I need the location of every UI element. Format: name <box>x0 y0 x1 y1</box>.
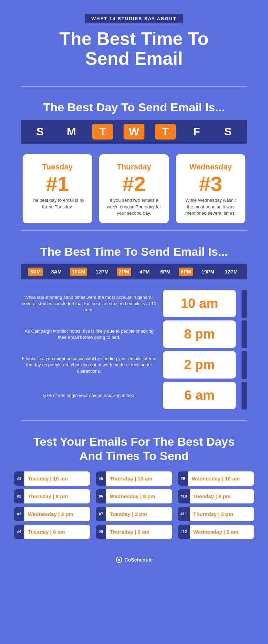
test-item-1-label: Tuesday | 10 am <box>24 471 71 486</box>
day-card-1: Tuesday #1 The best day to email is by f… <box>23 154 92 223</box>
header-title: The Best Time ToSend Email <box>28 29 240 69</box>
time-row-2: As Campaign Monitor notes, this is likel… <box>21 320 247 348</box>
test-item-9: #9 Wednesday | 10 am <box>178 471 254 486</box>
test-item-10-num: #10 <box>178 489 190 503</box>
test-item-3-num: #3 <box>14 507 24 521</box>
time-row-3-badge: 2 pm <box>163 351 236 379</box>
test-item-4: #4 Tuesday | 6 am <box>14 525 90 539</box>
test-item-9-num: #9 <box>178 471 188 486</box>
time-row-1-side <box>242 290 247 318</box>
time-8am: 8AM <box>49 268 64 276</box>
time-row-1: While late-morning send times were the m… <box>21 290 247 318</box>
time-8pm: 8PM <box>179 268 193 276</box>
test-item-7: #7 Tuesday | 2 pm <box>96 507 172 521</box>
time-row-2-side <box>242 320 247 348</box>
test-item-12-label: Wednesday | 6 am <box>190 525 242 539</box>
test-item-4-label: Tuesday | 6 am <box>24 525 68 539</box>
time-6pm: 6PM <box>158 268 173 276</box>
test-item-2-label: Thursday | 8 pm <box>24 489 71 503</box>
day-t1: T <box>92 124 113 140</box>
day-card-1-desc: The best day to email is by far on Tuesd… <box>30 197 85 210</box>
time-row-4-side <box>242 382 247 410</box>
test-item-9-label: Wednesday | 10 am <box>188 471 243 486</box>
time-12pm-2: 12PM <box>223 268 240 276</box>
test-item-8-label: Thursday | 6 am <box>106 525 153 539</box>
time-row-4-desc: 50% of you begin your day be emailing in… <box>21 392 157 399</box>
day-card-3: Wednesday #3 While Wednesday wasn't the … <box>176 154 245 223</box>
test-col-3: #9 Wednesday | 10 am #10 Tuesday | 8 pm … <box>178 471 254 539</box>
test-item-1-num: #1 <box>14 471 24 486</box>
time-row-1-desc: While late-morning send times were the m… <box>21 294 157 313</box>
test-item-1: #1 Tuesday | 10 am <box>14 471 90 486</box>
day-m: M <box>61 125 82 138</box>
footer: CoSchedule <box>0 549 268 571</box>
day-cards: Tuesday #1 The best day to email is by f… <box>14 154 254 223</box>
day-card-3-rank: #3 <box>183 174 238 194</box>
time-row-4: 50% of you begin your day be emailing in… <box>21 382 247 410</box>
header-subtitle: What 14 Studies Say About <box>85 14 183 23</box>
test-col-1: #1 Tuesday | 10 am #2 Thursday | 8 pm #3… <box>14 471 90 539</box>
test-title: Test Your Emails For The Best DaysAnd Ti… <box>0 428 268 471</box>
time-12pm-1: 12PM <box>94 268 111 276</box>
test-item-11: #11 Thursday | 2 pm <box>178 507 254 521</box>
time-row-4-badge: 6 am <box>163 382 236 409</box>
day-card-2: Thursday #2 If you send two emails a wee… <box>99 154 169 223</box>
test-item-6-label: Wednesday | 8 pm <box>106 489 159 503</box>
time-row-2-desc: As Campaign Monitor notes, this is likel… <box>21 328 157 341</box>
time-bar: 6AM 8AM 10AM 12PM 2PM 4PM 6PM 8PM 10PM 1… <box>21 264 247 279</box>
time-row-3: It looks like you might be successful by… <box>21 351 247 379</box>
page-wrapper: What 14 Studies Say About The Best Time … <box>0 0 268 571</box>
test-item-2: #2 Thursday | 8 pm <box>14 489 90 503</box>
divider-2 <box>21 230 247 231</box>
test-item-5-num: #5 <box>96 471 106 486</box>
test-item-12-num: #12 <box>178 525 190 539</box>
divider-1 <box>21 86 247 87</box>
test-item-11-num: #11 <box>178 507 190 521</box>
test-item-10: #10 Tuesday | 8 pm <box>178 489 254 503</box>
day-bar: S M T W T F S <box>21 120 247 144</box>
day-card-3-desc: While Wednesday wasn't the most popular,… <box>183 197 238 216</box>
svg-point-1 <box>118 559 120 561</box>
section-best-day: The Best Day To Send Email Is... S M T W… <box>0 94 268 223</box>
time-2pm: 2PM <box>117 268 131 276</box>
section2-title: The Best Time To Send Email Is... <box>0 238 268 264</box>
time-4pm: 4PM <box>137 268 152 276</box>
day-card-1-rank: #1 <box>30 174 85 194</box>
test-item-7-label: Tuesday | 2 pm <box>106 507 150 521</box>
time-row-3-side <box>242 351 247 379</box>
time-10pm: 10PM <box>199 268 216 276</box>
day-card-1-name: Tuesday <box>30 162 85 172</box>
test-item-6-num: #6 <box>96 489 106 503</box>
test-item-7-num: #7 <box>96 507 106 521</box>
day-card-3-name: Wednesday <box>183 162 238 172</box>
divider-3 <box>21 420 247 421</box>
test-item-6: #6 Wednesday | 8 pm <box>96 489 172 503</box>
day-s2: S <box>218 125 238 138</box>
test-col-2: #5 Thursday | 10 am #6 Wednesday | 8 pm … <box>96 471 172 539</box>
section1-title: The Best Day To Send Email Is... <box>0 94 268 120</box>
time-10am: 10AM <box>70 268 87 276</box>
footer-logo: CoSchedule <box>116 556 153 563</box>
footer-logo-text: CoSchedule <box>125 557 153 563</box>
section-test: Test Your Emails For The Best DaysAnd Ti… <box>0 428 268 539</box>
day-w: W <box>124 124 144 140</box>
time-row-1-badge: 10 am <box>163 290 236 317</box>
day-t2: T <box>155 124 176 140</box>
day-card-2-desc: If you send two emails a week, choose Th… <box>106 197 162 216</box>
coschedule-icon <box>116 556 123 563</box>
day-s1: S <box>30 125 50 138</box>
test-item-8-num: #8 <box>96 525 106 539</box>
test-item-3: #3 Wednesday | 2 pm <box>14 507 90 521</box>
time-row-2-badge: 8 pm <box>163 320 236 348</box>
test-item-8: #8 Thursday | 6 am <box>96 525 172 539</box>
test-item-10-label: Tuesday | 8 pm <box>190 489 234 503</box>
time-row-3-desc: It looks like you might be successful by… <box>21 356 157 375</box>
test-grid: #1 Tuesday | 10 am #2 Thursday | 8 pm #3… <box>14 471 254 539</box>
section-best-time: The Best Time To Send Email Is... 6AM 8A… <box>0 238 268 410</box>
time-6am: 6AM <box>28 268 43 276</box>
test-item-11-label: Thursday | 2 pm <box>190 507 237 521</box>
day-card-2-rank: #2 <box>106 174 162 194</box>
day-f: F <box>186 125 207 138</box>
test-item-4-num: #4 <box>14 525 24 539</box>
test-item-5-label: Thursday | 10 am <box>106 471 156 486</box>
